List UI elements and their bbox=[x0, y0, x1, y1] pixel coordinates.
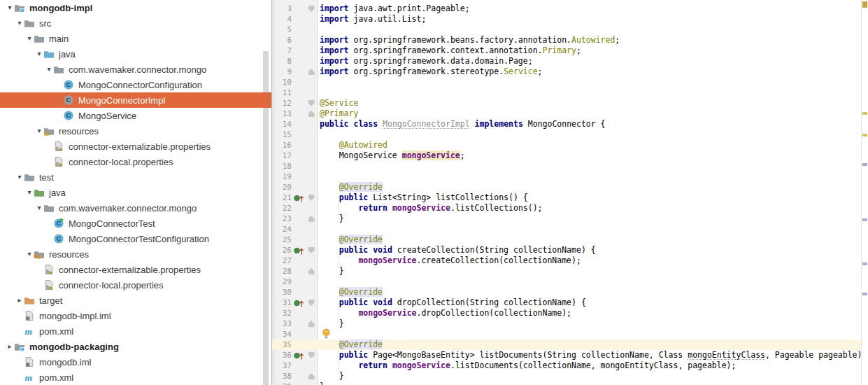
fold-close-icon[interactable] bbox=[308, 111, 315, 117]
code-text[interactable]: @Override bbox=[318, 182, 383, 192]
code-line-15[interactable]: 15 bbox=[272, 130, 868, 140]
tree-item-connector-externalizable-properties[interactable]: connector-externalizable.properties bbox=[0, 262, 271, 277]
tree-item-connector-externalizable-properties[interactable]: connector-externalizable.properties bbox=[0, 139, 271, 154]
code-text[interactable]: public List<String> listCollections() { bbox=[318, 192, 528, 203]
tree-item-connector-local-properties[interactable]: connector-local.properties bbox=[0, 277, 271, 293]
fold-close-icon[interactable] bbox=[308, 268, 315, 274]
code-editor[interactable]: 3import java.awt.print.Pageable;4import … bbox=[271, 0, 868, 385]
code-text[interactable] bbox=[318, 161, 320, 172]
fold-close-icon[interactable] bbox=[308, 69, 315, 75]
code-text[interactable] bbox=[318, 130, 320, 140]
code-line-26[interactable]: 26 public void createCollection(String c… bbox=[272, 245, 868, 255]
code-text[interactable]: return mongoService.listDocuments(collec… bbox=[318, 360, 736, 371]
code-text[interactable]: import org.springframework.stereotype.Se… bbox=[318, 66, 543, 77]
code-line-20[interactable]: 20 @Override bbox=[272, 182, 868, 192]
fold-close-icon[interactable] bbox=[308, 373, 315, 379]
override-method-marker-icon[interactable] bbox=[293, 298, 306, 307]
tree-item-mongoconnectorimpl[interactable]: CMongoConnectorImpl bbox=[0, 92, 271, 108]
code-line-19[interactable]: 19 bbox=[272, 172, 868, 182]
code-text[interactable]: import java.awt.print.Pageable; bbox=[318, 4, 470, 14]
tree-item-resources[interactable]: ▾resources bbox=[0, 123, 271, 139]
code-line-32[interactable]: 32 mongoService.dropCollection(collectio… bbox=[272, 308, 868, 318]
override-method-marker-icon[interactable] bbox=[293, 351, 306, 360]
code-text[interactable]: import org.springframework.context.annot… bbox=[318, 46, 581, 56]
chevron-down-icon[interactable]: ▾ bbox=[6, 4, 14, 11]
code-line-5[interactable]: 5 bbox=[272, 24, 868, 35]
code-text[interactable]: } bbox=[318, 382, 325, 385]
code-line-18[interactable]: 18 bbox=[272, 161, 868, 172]
code-text[interactable] bbox=[318, 329, 320, 340]
stripe-marker-yellow[interactable] bbox=[862, 112, 867, 115]
code-text[interactable]: import org.springframework.beans.factory… bbox=[318, 35, 620, 46]
fold-open-icon[interactable] bbox=[308, 195, 315, 201]
code-text[interactable]: public void createCollection(String coll… bbox=[318, 245, 596, 255]
stripe-marker-purple[interactable] bbox=[862, 163, 867, 166]
tree-item-com-wavemaker-connector-mongo[interactable]: ▾com.wavemaker.connector.mongo bbox=[0, 200, 271, 216]
code-line-38[interactable]: 38 } bbox=[272, 371, 868, 382]
code-line-12[interactable]: 12@Service bbox=[272, 98, 868, 108]
stripe-marker-yellow[interactable] bbox=[862, 134, 867, 136]
code-line-6[interactable]: 6import org.springframework.beans.factor… bbox=[272, 35, 868, 46]
code-line-30[interactable]: 30 @Override bbox=[272, 287, 868, 298]
tree-item-mongodb-iml[interactable]: mongodb.iml bbox=[0, 354, 271, 370]
chevron-down-icon[interactable]: ▾ bbox=[35, 127, 43, 134]
code-text[interactable]: import java.util.List; bbox=[318, 14, 426, 24]
error-stripe[interactable] bbox=[861, 0, 868, 385]
code-text[interactable] bbox=[318, 224, 320, 234]
tree-item-resources[interactable]: ▾resources bbox=[0, 246, 271, 262]
chevron-down-icon[interactable]: ▾ bbox=[15, 20, 24, 27]
code-text[interactable] bbox=[318, 88, 320, 98]
code-text[interactable] bbox=[318, 172, 320, 182]
fold-open-icon[interactable] bbox=[308, 247, 315, 253]
code-line-17[interactable]: 17 MongoService mongoService; bbox=[272, 150, 868, 161]
tree-item-com-wavemaker-connector-mongo[interactable]: ▾com.wavemaker.connector.mongo bbox=[0, 62, 271, 77]
tree-item-test[interactable]: ▾test bbox=[0, 169, 271, 185]
tree-item-mongoconnectorconfiguration[interactable]: CMongoConnectorConfiguration bbox=[0, 77, 271, 92]
tree-item-mongoconnectortest[interactable]: CMongoConnectorTest bbox=[0, 216, 271, 231]
code-line-29[interactable]: 29 bbox=[272, 276, 868, 287]
override-method-marker-icon[interactable] bbox=[293, 193, 306, 202]
tree-item-mongodb-impl[interactable]: ▾mongodb-impl bbox=[0, 0, 271, 15]
chevron-down-icon[interactable]: ▾ bbox=[35, 50, 43, 57]
code-text[interactable]: } bbox=[318, 371, 344, 382]
tree-item-target[interactable]: ▸target bbox=[0, 293, 271, 308]
fold-close-icon[interactable] bbox=[308, 216, 315, 222]
code-line-35[interactable]: 35 @Override bbox=[272, 340, 868, 350]
tree-item-main[interactable]: ▾main bbox=[0, 31, 271, 46]
fold-open-icon[interactable] bbox=[308, 100, 315, 106]
chevron-down-icon[interactable]: ▾ bbox=[25, 189, 34, 196]
code-line-28[interactable]: 28 } bbox=[272, 266, 868, 276]
analysis-status-indicator[interactable] bbox=[862, 1, 867, 8]
code-text[interactable]: } bbox=[318, 214, 344, 224]
code-text[interactable]: public Page<MongoBaseEntity> listDocumen… bbox=[318, 350, 862, 360]
tree-item-pom-xml[interactable]: mpom.xml bbox=[0, 323, 271, 339]
code-text[interactable]: mongoService.createCollection(collection… bbox=[318, 255, 581, 266]
code-line-31[interactable]: 31 public void dropCollection(String col… bbox=[272, 298, 868, 308]
code-line-33[interactable]: 33 } bbox=[272, 318, 868, 329]
code-text[interactable]: @Override bbox=[318, 234, 383, 245]
code-text[interactable]: @Service bbox=[318, 98, 358, 108]
code-line-14[interactable]: 14public class MongoConnectorImpl implem… bbox=[272, 119, 868, 130]
code-line-11[interactable]: 11 bbox=[272, 88, 868, 98]
code-line-9[interactable]: 9import org.springframework.stereotype.S… bbox=[272, 66, 868, 77]
code-line-8[interactable]: 8import org.springframework.data.domain.… bbox=[272, 56, 868, 66]
code-line-10[interactable]: 10 bbox=[272, 77, 868, 88]
code-line-3[interactable]: 3import java.awt.print.Pageable; bbox=[272, 4, 868, 14]
code-line-13[interactable]: 13@Primary bbox=[272, 108, 868, 119]
tree-item-mongoconnectortestconfiguration[interactable]: CMongoConnectorTestConfiguration bbox=[0, 231, 271, 246]
code-line-39[interactable]: 39} bbox=[272, 382, 868, 385]
chevron-down-icon[interactable]: ▾ bbox=[25, 35, 34, 42]
code-text[interactable]: public class MongoConnectorImpl implemen… bbox=[318, 119, 606, 130]
code-line-22[interactable]: 22 return mongoService.listCollections()… bbox=[272, 203, 868, 214]
code-line-25[interactable]: 25 @Override bbox=[272, 234, 868, 245]
code-text[interactable]: } bbox=[318, 266, 344, 276]
tree-item-mongodb-impl-iml[interactable]: mongodb-impl.iml bbox=[0, 308, 271, 323]
code-text[interactable]: public void dropCollection(String collec… bbox=[318, 298, 586, 308]
code-line-23[interactable]: 23 } bbox=[272, 214, 868, 224]
tree-item-pom-xml[interactable]: mpom.xml bbox=[0, 370, 271, 385]
code-text[interactable]: mongoService.dropCollection(collectionNa… bbox=[318, 308, 571, 318]
code-text[interactable]: @Autowired bbox=[318, 140, 387, 150]
tree-item-mongoservice[interactable]: CMongoService bbox=[0, 108, 271, 123]
chevron-down-icon[interactable]: ▾ bbox=[25, 251, 34, 258]
code-line-7[interactable]: 7import org.springframework.context.anno… bbox=[272, 46, 868, 56]
